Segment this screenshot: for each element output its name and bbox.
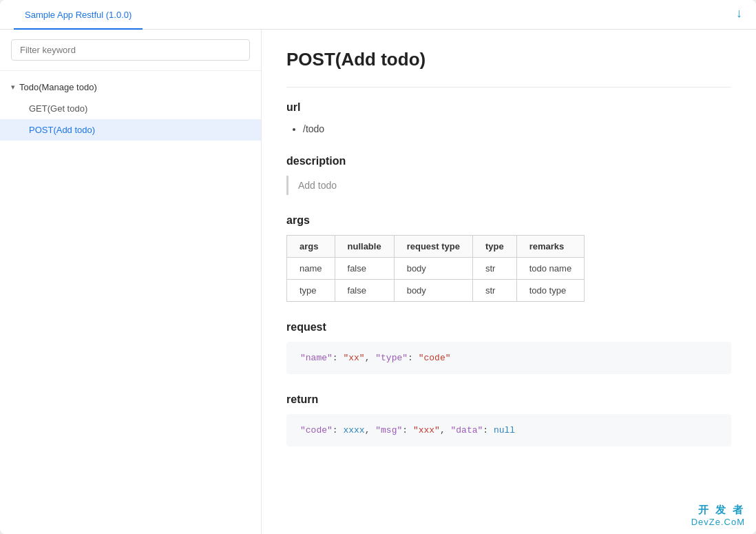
content-area: POST(Add todo) url /todo description Add… [262, 30, 756, 534]
main-layout: ▾ Todo(Manage todo) GET(Get todo) POST(A… [0, 30, 756, 534]
filter-input-wrap [0, 30, 261, 71]
cell-type-0: str [472, 258, 516, 280]
col-header-remarks: remarks [516, 236, 584, 258]
url-section: url /todo [286, 101, 731, 136]
tab-bar: Sample App Restful (1.0.0) ↓ [0, 0, 756, 30]
url-item: /todo [303, 122, 731, 136]
table-row: type false body str todo type [287, 280, 585, 302]
col-header-args: args [287, 236, 335, 258]
cell-request-type-0: body [394, 258, 472, 280]
request-section-title: request [286, 321, 731, 333]
request-code-block: "name": "xx", "type": "code" [286, 342, 731, 374]
description-section-title: description [286, 155, 731, 167]
cell-remarks-1: todo type [516, 280, 584, 302]
filter-input[interactable] [11, 39, 250, 61]
col-header-nullable: nullable [335, 236, 394, 258]
cell-nullable-1: false [335, 280, 394, 302]
app-window: Sample App Restful (1.0.0) ↓ ▾ Todo(Mana… [0, 0, 756, 534]
description-text: Add todo [286, 176, 731, 195]
url-section-title: url [286, 101, 731, 114]
cell-args-0: name [287, 258, 335, 280]
nav-group-todo[interactable]: ▾ Todo(Manage todo) [0, 76, 261, 98]
args-section-title: args [286, 214, 731, 227]
cell-nullable-0: false [335, 258, 394, 280]
page-title: POST(Add todo) [286, 49, 731, 70]
nav-group-label: Todo(Manage todo) [19, 82, 97, 92]
cell-args-1: type [287, 280, 335, 302]
return-section-title: return [286, 393, 731, 406]
return-code-block: "code": xxxx, "msg": "xxx", "data": null [286, 414, 731, 446]
nav-item-label: POST(Add todo) [29, 125, 95, 135]
request-section: request "name": "xx", "type": "code" [286, 321, 731, 374]
tab-label: Sample App Restful (1.0.0) [25, 10, 132, 20]
title-divider [286, 87, 731, 88]
sidebar: ▾ Todo(Manage todo) GET(Get todo) POST(A… [0, 30, 262, 534]
cell-request-type-1: body [394, 280, 472, 302]
nav-item-label: GET(Get todo) [29, 103, 87, 114]
download-icon[interactable]: ↓ [736, 6, 742, 21]
nav-item-get-todo[interactable]: GET(Get todo) [0, 98, 261, 119]
description-section: description Add todo [286, 155, 731, 195]
cell-type-1: str [472, 280, 516, 302]
return-section: return "code": xxxx, "msg": "xxx", "data… [286, 393, 731, 446]
cell-remarks-0: todo name [516, 258, 584, 280]
nav-item-post-todo[interactable]: POST(Add todo) [0, 119, 261, 141]
col-header-type: type [472, 236, 516, 258]
args-table: args nullable request type type remarks … [286, 235, 585, 302]
table-row: name false body str todo name [287, 258, 585, 280]
args-section: args args nullable request type type rem… [286, 214, 731, 302]
col-header-request-type: request type [394, 236, 472, 258]
tab-sample-app[interactable]: Sample App Restful (1.0.0) [14, 0, 143, 30]
url-list: /todo [286, 122, 731, 136]
table-header-row: args nullable request type type remarks [287, 236, 585, 258]
arrow-down-icon: ▾ [11, 83, 15, 92]
sidebar-nav: ▾ Todo(Manage todo) GET(Get todo) POST(A… [0, 71, 261, 534]
